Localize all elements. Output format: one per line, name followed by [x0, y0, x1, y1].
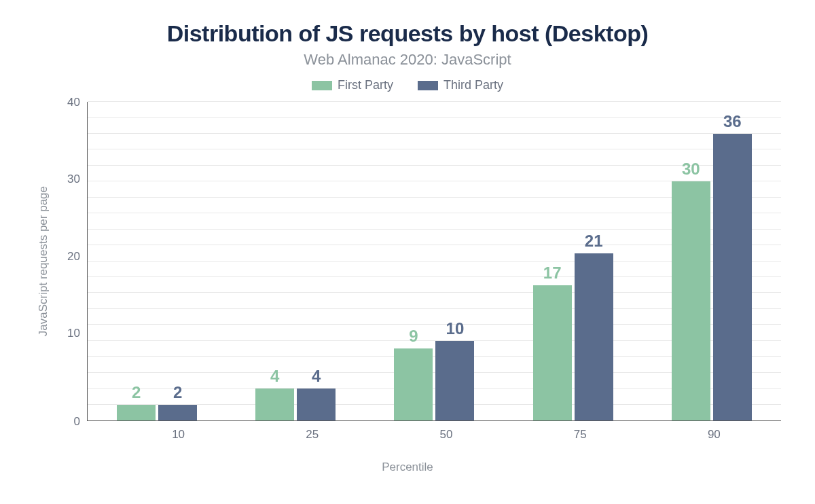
x-tick: 25	[272, 428, 353, 442]
y-tick: 20	[67, 250, 80, 262]
y-tick: 0	[74, 416, 80, 427]
x-tick: 75	[539, 428, 621, 442]
bar-first-party: 2	[117, 405, 156, 420]
legend: First Party Third Party	[34, 78, 781, 92]
bar-value-label: 10	[446, 319, 465, 338]
y-axis-label: JavaScript requests per page	[34, 186, 50, 336]
bar-first-party: 9	[394, 348, 433, 420]
bars-container: 224491017213036	[88, 102, 781, 420]
bar-value-label: 36	[723, 112, 742, 131]
bar-third-party: 36	[713, 134, 752, 420]
bar-value-label: 17	[543, 264, 562, 283]
x-tick: 90	[673, 428, 755, 442]
bar-value-label: 21	[585, 232, 603, 251]
bar-group: 44	[255, 102, 336, 420]
y-tick: 10	[67, 327, 80, 338]
bar-third-party: 2	[158, 405, 197, 420]
bar-first-party: 30	[672, 181, 710, 420]
chart-container: Distribution of JS requests by host (Des…	[0, 0, 815, 504]
bar-third-party: 21	[575, 253, 613, 420]
bar-value-label: 4	[270, 367, 279, 386]
legend-label: Third Party	[443, 78, 503, 92]
x-axis: 1025507590	[84, 428, 781, 442]
x-tick: 10	[138, 428, 219, 442]
bar-value-label: 2	[132, 383, 141, 402]
legend-swatch-icon	[418, 81, 438, 90]
bar-value-label: 4	[312, 367, 321, 386]
bar-group: 1721	[533, 102, 613, 420]
bar-value-label: 30	[682, 160, 700, 179]
legend-item-third-party: Third Party	[418, 78, 503, 92]
x-axis-label: Percentile	[34, 461, 781, 474]
legend-swatch-icon	[312, 81, 332, 90]
x-tick: 50	[405, 428, 487, 442]
bar-group: 3036	[672, 102, 752, 420]
plot-row: JavaScript requests per page 40 30 20 10…	[34, 102, 781, 421]
bar-group: 22	[117, 102, 197, 420]
y-tick: 30	[67, 173, 80, 185]
chart-title: Distribution of JS requests by host (Des…	[34, 20, 781, 47]
bar-value-label: 2	[173, 383, 182, 402]
bar-first-party: 4	[255, 389, 294, 420]
bar-third-party: 10	[435, 341, 474, 420]
chart-subtitle: Web Almanac 2020: JavaScript	[34, 51, 781, 69]
legend-label: First Party	[338, 78, 393, 92]
bar-value-label: 9	[409, 327, 418, 346]
legend-item-first-party: First Party	[312, 78, 393, 92]
y-tick: 40	[67, 96, 80, 108]
bar-group: 910	[394, 102, 474, 420]
plot-area: 224491017213036	[87, 102, 781, 421]
bar-first-party: 17	[533, 285, 572, 420]
y-axis: 40 30 20 10 0	[50, 102, 87, 421]
bar-third-party: 4	[297, 389, 336, 420]
